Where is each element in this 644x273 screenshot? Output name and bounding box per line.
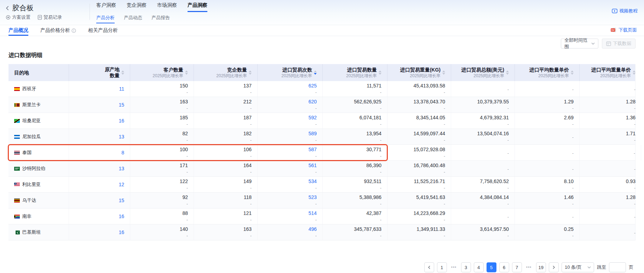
column-header-客户数量[interactable]: 客户数量2025同比增长率: [130, 64, 194, 81]
sort-desc-icon: [121, 73, 124, 75]
qty-cell: 932,511-: [323, 177, 387, 192]
top-header: 胶合板 方案设置贸易记录 客户洞察竞企洞察市场洞察产品洞察 产品分析产品动态产品…: [0, 0, 644, 25]
sort-desc-icon: [249, 73, 252, 75]
main-tab-竞企洞察[interactable]: 竞企洞察: [127, 2, 146, 12]
time-range-select[interactable]: 全部时间范围: [561, 39, 598, 49]
price_weight-cell: 0.93-: [580, 177, 641, 192]
secondary-tab-相关产品分析[interactable]: 相关产品分析: [88, 25, 118, 36]
trades-value[interactable]: 587: [309, 147, 317, 153]
column-header-竞企数量[interactable]: 竞企数量2025同比增长率: [194, 64, 258, 81]
page-button-5[interactable]: 5: [487, 262, 496, 272]
jump-to-page-input[interactable]: [609, 262, 626, 272]
customers-value: 88: [182, 210, 188, 216]
column-header-原产地数量[interactable]: 原产地数量: [69, 64, 130, 81]
page-button-6[interactable]: 6: [499, 262, 509, 272]
sort-carets-icon[interactable]: [379, 70, 381, 75]
sort-carets-icon[interactable]: [506, 70, 509, 75]
growth-rate-value: -: [250, 122, 252, 127]
column-growth-subtitle: 2025同比增长率: [461, 73, 504, 79]
empty-value-dash: -: [572, 167, 574, 172]
page-button-7[interactable]: 7: [512, 262, 522, 272]
trades-value[interactable]: 592: [309, 115, 317, 121]
trades-value[interactable]: 561: [309, 163, 317, 169]
growth-rate-value: -: [572, 233, 574, 238]
next-page-button[interactable]: [549, 262, 559, 272]
trades-value[interactable]: 620: [309, 99, 317, 105]
growth-rate-value: -: [634, 138, 636, 143]
table-row-利比里亚: 利比里亚12122-149-534-932,511-11,525,216.71-…: [8, 177, 635, 193]
sub-tab-产品动态[interactable]: 产品动态: [124, 15, 142, 23]
growth-rate-value: -: [186, 186, 188, 190]
origin-count-link[interactable]: 15: [119, 198, 124, 204]
sort-carets-icon[interactable]: [314, 70, 317, 75]
growth-rate-value: -: [507, 233, 509, 238]
secondary-tab-产品概况[interactable]: 产品概况: [8, 25, 28, 36]
page-button-3[interactable]: 3: [461, 262, 471, 272]
origin-count-link[interactable]: 13: [119, 166, 124, 172]
growth-rate-value: -: [186, 170, 188, 175]
column-header-进口平均重量单价[interactable]: 进口平均重量单价2025同比增长率: [580, 64, 641, 81]
sort-carets-icon[interactable]: [571, 70, 574, 75]
origin-count-link[interactable]: 16: [119, 214, 124, 220]
empty-value-dash: -: [634, 231, 636, 235]
secondary-tab-产品价格分析[interactable]: 产品价格分析: [40, 25, 76, 36]
growth-rate-value: -: [444, 217, 445, 222]
back-chevron-icon[interactable]: [5, 5, 10, 11]
flag-spain-icon: [14, 87, 20, 91]
amount-cell: -: [451, 209, 515, 224]
customers-value: 92: [182, 194, 188, 200]
sort-carets-icon[interactable]: [442, 70, 445, 75]
sort-carets-icon[interactable]: [633, 70, 636, 75]
prev-page-button[interactable]: [424, 262, 434, 272]
page-size-select[interactable]: 10 条/页: [562, 262, 594, 272]
qty-value: 13,954: [366, 131, 381, 137]
download-page-link[interactable]: PDF 下载页面: [610, 27, 637, 33]
price_qty-cell: -: [515, 129, 580, 144]
sort-desc-icon: [379, 73, 381, 75]
origin-count-link[interactable]: 12: [119, 182, 124, 188]
header-action-贸易记录[interactable]: 贸易记录: [38, 14, 62, 21]
main-tab-市场洞察[interactable]: 市场洞察: [157, 2, 177, 12]
trades-value[interactable]: 589: [309, 131, 317, 137]
trades-value[interactable]: 523: [309, 194, 317, 200]
header-action-方案设置[interactable]: 方案设置: [6, 14, 30, 21]
sort-carets-icon[interactable]: [185, 70, 188, 75]
origin-count-link[interactable]: 13: [119, 134, 124, 140]
column-header-进口贸易数量[interactable]: 进口贸易数量2025同比增长率: [323, 64, 387, 81]
download-data-button[interactable]: 下载数据: [602, 39, 636, 49]
amount-cell: 4,679,392.31-: [451, 113, 515, 129]
page-button-1[interactable]: 1: [437, 262, 447, 272]
qty-cell: 345,787,633-: [323, 224, 387, 240]
qty-cell: 13,954-: [323, 129, 387, 144]
growth-rate-value: -: [186, 138, 188, 143]
competitors-value: 149: [243, 178, 252, 184]
column-header-text: 竞企数量2025同比增长率: [216, 67, 247, 79]
video-tutorial-link[interactable]: 视频教程: [612, 8, 638, 14]
page-button-4[interactable]: 4: [474, 262, 484, 272]
main-tab-产品洞察[interactable]: 产品洞察: [188, 2, 207, 12]
origin-count-link[interactable]: 16: [119, 229, 124, 235]
table-title: 进口数据明细: [8, 36, 636, 59]
page-button-19[interactable]: 19: [536, 262, 546, 272]
sort-carets-icon[interactable]: [121, 70, 124, 75]
trades-value[interactable]: 496: [309, 226, 317, 232]
target-icon: [6, 15, 11, 20]
flag-tanzania-icon: [14, 119, 20, 123]
trades-value[interactable]: 514: [309, 210, 317, 216]
origin-count-link[interactable]: 15: [119, 102, 124, 108]
amount-value: 3,614,957.50: [480, 226, 509, 232]
trades-value[interactable]: 534: [309, 178, 317, 184]
origin-count-link[interactable]: 16: [119, 118, 124, 124]
main-tab-客户洞察[interactable]: 客户洞察: [96, 2, 116, 12]
column-header-进口贸易总额(美元)[interactable]: 进口贸易总额(美元)2025同比增长率: [451, 64, 515, 81]
origin-count-link[interactable]: 11: [119, 86, 124, 92]
column-header-进口贸易重量(KG)[interactable]: 进口贸易重量(KG)2025同比增长率: [387, 64, 451, 81]
trades-value[interactable]: 625: [309, 83, 317, 89]
column-header-进口贸易次数[interactable]: 进口贸易次数2025同比增长率: [258, 64, 323, 81]
origin-count-link[interactable]: 8: [121, 150, 124, 156]
destination-name: 沙特阿拉伯: [22, 165, 45, 172]
column-header-进口平均数量单价[interactable]: 进口平均数量单价2025同比增长率: [515, 64, 580, 81]
sub-tab-产品分析[interactable]: 产品分析: [96, 15, 115, 23]
sub-tab-产品报告[interactable]: 产品报告: [151, 15, 170, 23]
sort-carets-icon[interactable]: [249, 70, 252, 75]
